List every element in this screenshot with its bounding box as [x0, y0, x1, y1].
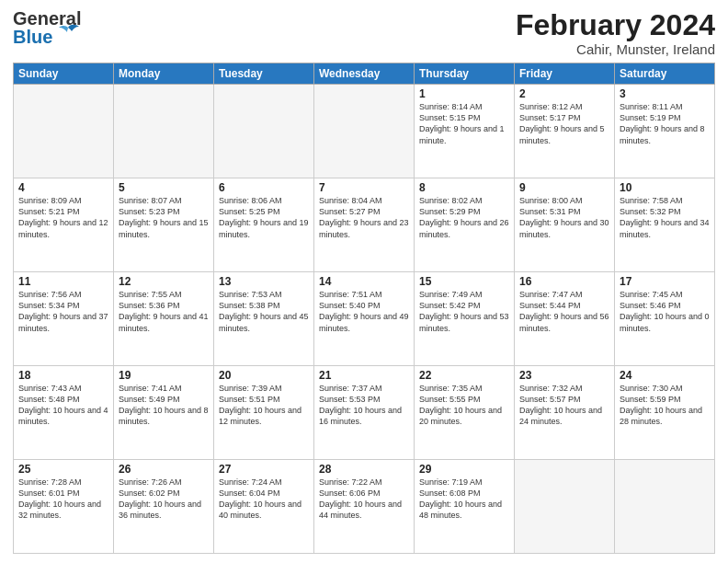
table-row: 26Sunrise: 7:26 AM Sunset: 6:02 PM Dayli…	[114, 460, 214, 554]
table-row: 27Sunrise: 7:24 AM Sunset: 6:04 PM Dayli…	[214, 460, 314, 554]
day-number: 23	[519, 369, 609, 382]
table-row	[515, 460, 615, 554]
table-row: 4Sunrise: 8:09 AM Sunset: 5:21 PM Daylig…	[14, 178, 114, 272]
day-info: Sunrise: 7:24 AM Sunset: 6:04 PM Dayligh…	[219, 477, 309, 522]
day-number: 20	[219, 369, 309, 382]
day-number: 15	[419, 275, 509, 288]
day-number: 28	[319, 463, 409, 476]
day-info: Sunrise: 7:37 AM Sunset: 5:53 PM Dayligh…	[319, 383, 409, 428]
col-sunday: Sunday	[14, 63, 114, 85]
day-number: 25	[18, 463, 108, 476]
col-thursday: Thursday	[415, 63, 515, 85]
table-row: 14Sunrise: 7:51 AM Sunset: 5:40 PM Dayli…	[314, 272, 415, 366]
day-info: Sunrise: 7:30 AM Sunset: 5:59 PM Dayligh…	[620, 383, 710, 428]
table-row: 20Sunrise: 7:39 AM Sunset: 5:51 PM Dayli…	[214, 366, 314, 460]
day-info: Sunrise: 7:26 AM Sunset: 6:02 PM Dayligh…	[119, 477, 209, 522]
table-row	[314, 85, 415, 178]
table-row: 1Sunrise: 8:14 AM Sunset: 5:15 PM Daylig…	[415, 85, 515, 178]
day-number: 14	[319, 275, 409, 288]
day-number: 26	[119, 463, 209, 476]
day-info: Sunrise: 8:02 AM Sunset: 5:29 PM Dayligh…	[419, 195, 509, 240]
day-info: Sunrise: 7:43 AM Sunset: 5:48 PM Dayligh…	[18, 383, 108, 428]
logo-blue-text: Blue	[13, 28, 52, 46]
table-row	[615, 460, 715, 554]
table-row	[214, 85, 314, 178]
day-number: 27	[219, 463, 309, 476]
table-row: 29Sunrise: 7:19 AM Sunset: 6:08 PM Dayli…	[415, 460, 515, 554]
day-info: Sunrise: 8:09 AM Sunset: 5:21 PM Dayligh…	[18, 195, 108, 240]
table-row: 15Sunrise: 7:49 AM Sunset: 5:42 PM Dayli…	[415, 272, 515, 366]
table-row: 24Sunrise: 7:30 AM Sunset: 5:59 PM Dayli…	[615, 366, 715, 460]
table-row: 12Sunrise: 7:55 AM Sunset: 5:36 PM Dayli…	[114, 272, 214, 366]
table-row: 18Sunrise: 7:43 AM Sunset: 5:48 PM Dayli…	[14, 366, 114, 460]
logo: General Blue	[13, 9, 81, 46]
col-monday: Monday	[114, 63, 214, 85]
day-number: 22	[419, 369, 509, 382]
day-info: Sunrise: 8:14 AM Sunset: 5:15 PM Dayligh…	[419, 101, 509, 146]
day-info: Sunrise: 7:28 AM Sunset: 6:01 PM Dayligh…	[18, 477, 108, 522]
day-number: 19	[119, 369, 209, 382]
table-row: 22Sunrise: 7:35 AM Sunset: 5:55 PM Dayli…	[415, 366, 515, 460]
header: General Blue February 2024 Cahir, Munste…	[13, 9, 715, 57]
table-row: 16Sunrise: 7:47 AM Sunset: 5:44 PM Dayli…	[515, 272, 615, 366]
day-number: 7	[319, 181, 409, 194]
day-info: Sunrise: 7:22 AM Sunset: 6:06 PM Dayligh…	[319, 477, 409, 522]
day-number: 21	[319, 369, 409, 382]
day-info: Sunrise: 8:06 AM Sunset: 5:25 PM Dayligh…	[219, 195, 309, 240]
day-info: Sunrise: 7:58 AM Sunset: 5:32 PM Dayligh…	[620, 195, 710, 240]
calendar-week-row: 1Sunrise: 8:14 AM Sunset: 5:15 PM Daylig…	[14, 85, 715, 178]
day-info: Sunrise: 7:56 AM Sunset: 5:34 PM Dayligh…	[18, 289, 108, 334]
calendar-week-row: 4Sunrise: 8:09 AM Sunset: 5:21 PM Daylig…	[14, 178, 715, 272]
day-number: 29	[419, 463, 509, 476]
day-number: 6	[219, 181, 309, 194]
day-info: Sunrise: 7:32 AM Sunset: 5:57 PM Dayligh…	[519, 383, 609, 428]
day-info: Sunrise: 7:49 AM Sunset: 5:42 PM Dayligh…	[419, 289, 509, 334]
table-row: 5Sunrise: 8:07 AM Sunset: 5:23 PM Daylig…	[114, 178, 214, 272]
table-row: 23Sunrise: 7:32 AM Sunset: 5:57 PM Dayli…	[515, 366, 615, 460]
day-number: 12	[119, 275, 209, 288]
table-row: 10Sunrise: 7:58 AM Sunset: 5:32 PM Dayli…	[615, 178, 715, 272]
table-row: 19Sunrise: 7:41 AM Sunset: 5:49 PM Dayli…	[114, 366, 214, 460]
table-row: 3Sunrise: 8:11 AM Sunset: 5:19 PM Daylig…	[615, 85, 715, 178]
table-row: 11Sunrise: 7:56 AM Sunset: 5:34 PM Dayli…	[14, 272, 114, 366]
calendar-week-row: 11Sunrise: 7:56 AM Sunset: 5:34 PM Dayli…	[14, 272, 715, 366]
table-row	[14, 85, 114, 178]
logo-bird-icon	[55, 24, 81, 44]
table-row: 13Sunrise: 7:53 AM Sunset: 5:38 PM Dayli…	[214, 272, 314, 366]
table-row: 17Sunrise: 7:45 AM Sunset: 5:46 PM Dayli…	[615, 272, 715, 366]
day-info: Sunrise: 7:35 AM Sunset: 5:55 PM Dayligh…	[419, 383, 509, 428]
day-number: 2	[519, 87, 609, 100]
col-friday: Friday	[515, 63, 615, 85]
table-row: 28Sunrise: 7:22 AM Sunset: 6:06 PM Dayli…	[314, 460, 415, 554]
table-row: 21Sunrise: 7:37 AM Sunset: 5:53 PM Dayli…	[314, 366, 415, 460]
day-info: Sunrise: 7:45 AM Sunset: 5:46 PM Dayligh…	[620, 289, 710, 334]
day-info: Sunrise: 7:51 AM Sunset: 5:40 PM Dayligh…	[319, 289, 409, 334]
day-info: Sunrise: 7:47 AM Sunset: 5:44 PM Dayligh…	[519, 289, 609, 334]
col-saturday: Saturday	[615, 63, 715, 85]
day-info: Sunrise: 8:04 AM Sunset: 5:27 PM Dayligh…	[319, 195, 409, 240]
day-number: 16	[519, 275, 609, 288]
day-info: Sunrise: 8:11 AM Sunset: 5:19 PM Dayligh…	[620, 101, 710, 146]
day-info: Sunrise: 8:12 AM Sunset: 5:17 PM Dayligh…	[519, 101, 609, 146]
table-row: 2Sunrise: 8:12 AM Sunset: 5:17 PM Daylig…	[515, 85, 615, 178]
table-row: 8Sunrise: 8:02 AM Sunset: 5:29 PM Daylig…	[415, 178, 515, 272]
calendar-week-row: 25Sunrise: 7:28 AM Sunset: 6:01 PM Dayli…	[14, 460, 715, 554]
day-number: 1	[419, 87, 509, 100]
day-number: 18	[18, 369, 108, 382]
calendar-header-row: Sunday Monday Tuesday Wednesday Thursday…	[14, 63, 715, 85]
day-number: 3	[620, 87, 710, 100]
calendar-subtitle: Cahir, Munster, Ireland	[516, 41, 715, 57]
calendar-title: February 2024	[516, 9, 715, 41]
table-row: 7Sunrise: 8:04 AM Sunset: 5:27 PM Daylig…	[314, 178, 415, 272]
table-row: 6Sunrise: 8:06 AM Sunset: 5:25 PM Daylig…	[214, 178, 314, 272]
table-row: 25Sunrise: 7:28 AM Sunset: 6:01 PM Dayli…	[14, 460, 114, 554]
calendar-week-row: 18Sunrise: 7:43 AM Sunset: 5:48 PM Dayli…	[14, 366, 715, 460]
logo-name: General Blue	[13, 9, 81, 46]
day-number: 13	[219, 275, 309, 288]
title-block: February 2024 Cahir, Munster, Ireland	[516, 9, 715, 57]
day-number: 9	[519, 181, 609, 194]
day-number: 11	[18, 275, 108, 288]
day-info: Sunrise: 7:53 AM Sunset: 5:38 PM Dayligh…	[219, 289, 309, 334]
day-info: Sunrise: 7:39 AM Sunset: 5:51 PM Dayligh…	[219, 383, 309, 428]
day-number: 10	[620, 181, 710, 194]
